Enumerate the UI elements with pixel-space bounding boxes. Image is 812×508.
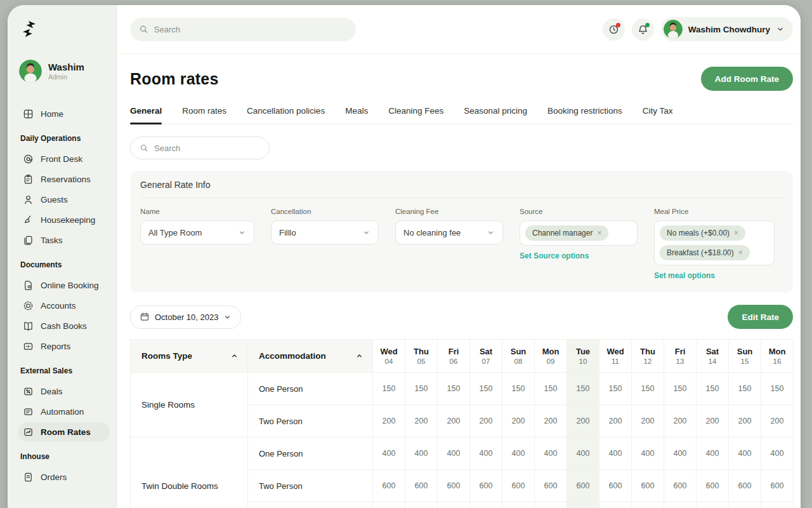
accommodation-column-header[interactable]: Accommodation [248, 340, 373, 373]
day-column-header: Thu05 [405, 340, 438, 373]
rates-search[interactable] [130, 137, 270, 159]
guests-icon [23, 194, 34, 205]
set-source-options-link[interactable]: Set Source options [520, 251, 589, 260]
sidebar-item-orders[interactable]: Orders [18, 467, 110, 487]
reservations-icon [23, 174, 34, 185]
tag-chip[interactable]: No meals (+$0.00)× [660, 225, 745, 241]
room-rates-table: Rooms TypeAccommodationWed04Thu05Fri06Sa… [130, 339, 794, 508]
meal-price-tags[interactable]: No meals (+$0.00)×Breakfast (+$18.00)× [654, 220, 775, 265]
alerts-button[interactable] [603, 18, 625, 41]
chevron-down-icon [487, 229, 495, 237]
cash-books-icon [23, 321, 34, 331]
source-tags[interactable]: Channel manager× [520, 220, 638, 246]
cancellation-select[interactable]: Filllo [271, 220, 379, 244]
rate-cell: 200 [535, 405, 567, 438]
rate-cell: 400 [761, 438, 794, 470]
sidebar-item-automation[interactable]: Automation [18, 402, 110, 422]
remove-tag-icon[interactable]: × [738, 249, 743, 257]
rate-cell: 150 [599, 373, 632, 405]
front-desk-icon [23, 154, 34, 164]
user-menu[interactable]: Washim Chowdhury [661, 17, 793, 41]
day-column-header: Sat14 [697, 340, 729, 373]
rate-cell: 400 [729, 438, 761, 470]
remove-tag-icon[interactable]: × [734, 229, 738, 237]
add-room-rate-button[interactable]: Add Room Rate [701, 67, 793, 91]
cash-books-icon [23, 321, 34, 331]
sidebar-item-reservations[interactable]: Reservations [18, 170, 110, 189]
sidebar-item-tasks[interactable]: Tasks [18, 231, 110, 250]
sort-chevron-up-icon [230, 352, 239, 360]
set-meal-options-link[interactable]: Set meal options [654, 271, 715, 280]
table-row: Twin Double RoomsOne Person4004004004004… [131, 438, 794, 470]
rate-cell: 150 [664, 373, 697, 405]
online-booking-icon [23, 280, 34, 291]
remove-tag-icon[interactable]: × [597, 229, 601, 237]
day-column-header: Sun08 [502, 340, 535, 373]
notifications-button[interactable] [632, 18, 654, 41]
rates-search-input[interactable] [154, 144, 260, 153]
rate-cell: 50 [697, 502, 729, 508]
sidebar-item-room-rates[interactable]: Room Rates [18, 422, 110, 442]
tab-booking-restrictions[interactable]: Booking restrictions [547, 106, 622, 124]
tab-seasonal-pricing[interactable]: Seasonal pricing [464, 106, 527, 124]
tag-chip[interactable]: Breakfast (+$18.00)× [660, 245, 750, 260]
rate-cell: 50 [567, 502, 599, 508]
tab-cancellation-policies[interactable]: Cancellation policies [247, 106, 325, 124]
user-name: Washim [48, 62, 84, 72]
rate-cell: 50 [502, 502, 535, 508]
tab-cleaning-fees[interactable]: Cleaning Fees [388, 106, 443, 124]
sidebar-item-deals[interactable]: Deals [18, 382, 110, 401]
search-icon [140, 143, 148, 153]
rate-cell: 400 [502, 438, 535, 470]
day-column-header: Thu12 [632, 340, 664, 373]
room-type-cell: Twin Double Rooms [131, 438, 248, 508]
room-rates-icon [23, 427, 34, 438]
sidebar-item-guests[interactable]: Guests [18, 190, 110, 210]
sidebar-item-label: Cash Books [41, 321, 87, 331]
name-select[interactable]: All Type Room [140, 220, 254, 244]
sidebar-item-accounts[interactable]: Accounts [18, 296, 110, 316]
day-column-header: Wed11 [599, 340, 632, 373]
filter-field-meal-price: Meal PriceNo meals (+$0.00)×Breakfast (+… [654, 208, 775, 281]
main-area: Washim Chowdhury Room rates Add Room Rat… [117, 5, 801, 508]
field-label: Cancellation [271, 208, 379, 215]
reservations-icon [23, 174, 34, 185]
housekeeping-icon [23, 215, 34, 225]
rate-cell: 600 [535, 470, 567, 502]
sidebar-item-housekeeping[interactable]: Housekeeping [18, 210, 110, 230]
sidebar-item-online-booking[interactable]: Online Booking [18, 276, 110, 295]
sidebar-item-reports[interactable]: Reports [18, 337, 110, 356]
rooms-type-column-header[interactable]: Rooms Type [131, 340, 248, 373]
sort-chevron-up-icon [355, 352, 363, 360]
rate-cell: 400 [373, 438, 405, 470]
day-column-header: Fri06 [438, 340, 470, 373]
rate-cell: 50 [729, 502, 761, 508]
user-menu-name: Washim Chowdhury [688, 25, 770, 34]
tab-room-rates[interactable]: Room rates [182, 106, 226, 124]
select-value: Filllo [279, 228, 296, 237]
global-search[interactable] [130, 18, 356, 41]
edit-rate-button[interactable]: Edit Rate [728, 305, 793, 329]
rate-cell: 400 [438, 438, 470, 470]
tag-chip[interactable]: Channel manager× [525, 225, 608, 241]
rate-cell: 150 [405, 373, 438, 405]
date-selector[interactable]: October 10, 2023 [130, 305, 241, 329]
cleaning-fee-select[interactable]: No cleaning fee [395, 220, 503, 244]
avatar [19, 60, 42, 83]
global-search-input[interactable] [154, 25, 347, 34]
sidebar-item-home[interactable]: Home [18, 104, 110, 124]
sidebar-item-cash-books[interactable]: Cash Books [18, 316, 110, 336]
select-value: No cleaning fee [403, 228, 461, 237]
tab-meals[interactable]: Meals [345, 106, 368, 124]
sidebar-profile[interactable]: Washim Admin [19, 60, 110, 83]
reports-icon [23, 341, 34, 352]
sidebar-item-front-desk[interactable]: Front Desk [18, 149, 110, 169]
rate-cell: 50 [599, 502, 632, 508]
guests-icon [23, 194, 34, 205]
tab-city-tax[interactable]: City Tax [643, 106, 673, 124]
filter-field-cancellation: CancellationFilllo [271, 208, 379, 281]
rate-cell: 150 [632, 373, 664, 405]
app-logo-icon[interactable] [22, 20, 110, 41]
room-type-cell: Single Rooms [131, 373, 248, 438]
tab-general[interactable]: General [130, 106, 162, 124]
